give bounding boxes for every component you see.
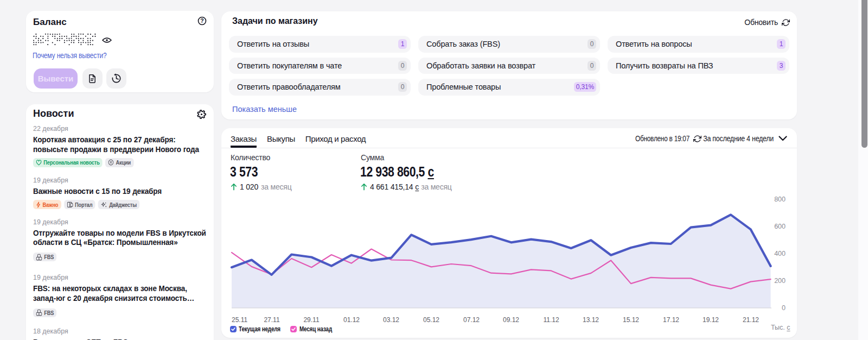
svg-text:?: ?: [200, 17, 203, 24]
